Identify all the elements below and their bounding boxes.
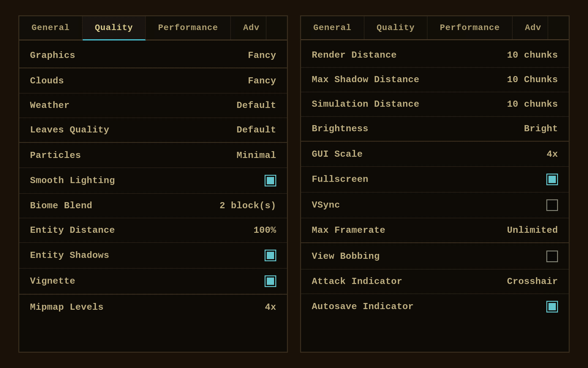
right-tab-bar: General Quality Performance Adv [301,16,569,40]
setting-smooth-lighting[interactable]: Smooth Lighting [19,168,287,194]
checkbox-vignette[interactable] [265,275,276,287]
tab-quality-right[interactable]: Quality [364,16,428,39]
value-brightness: Bright [524,124,558,134]
value-attack-indicator: Crosshair [507,276,558,287]
label-particles: Particles [30,150,81,161]
left-settings-list: Graphics Fancy Clouds Fancy Weather Defa… [19,40,287,322]
left-settings-panel: General Quality Performance Adv Graphics… [18,15,288,353]
setting-leaves-quality[interactable]: Leaves Quality Default [19,118,287,143]
value-clouds: Fancy [248,76,276,86]
label-smooth-lighting: Smooth Lighting [30,175,115,186]
setting-brightness[interactable]: Brightness Bright [301,117,569,142]
setting-weather[interactable]: Weather Default [19,94,287,118]
tab-adv-right[interactable]: Adv [513,16,548,39]
checkbox-vsync[interactable] [546,199,558,211]
label-view-bobbing: View Bobbing [312,251,380,262]
label-autosave-indicator: Autosave Indicator [312,301,414,312]
label-render-distance: Render Distance [312,50,397,60]
tab-general-right[interactable]: General [301,16,364,39]
tab-performance-right[interactable]: Performance [428,16,513,39]
tab-general-left[interactable]: General [19,16,83,40]
checkbox-smooth-lighting[interactable] [265,175,276,186]
label-entity-distance: Entity Distance [30,225,115,236]
label-biome-blend: Biome Blend [30,201,92,211]
setting-graphics[interactable]: Graphics Fancy [19,44,287,68]
label-vignette: Vignette [30,276,75,286]
left-tab-bar: General Quality Performance Adv [19,16,287,40]
setting-attack-indicator[interactable]: Attack Indicator Crosshair [301,270,569,294]
label-graphics: Graphics [30,50,75,61]
checkbox-view-bobbing[interactable] [546,251,558,262]
setting-entity-shadows[interactable]: Entity Shadows [19,243,287,269]
label-weather: Weather [30,100,70,111]
setting-autosave-indicator[interactable]: Autosave Indicator [301,294,569,319]
value-simulation-distance: 10 chunks [507,99,558,109]
checkbox-entity-shadows[interactable] [265,250,276,261]
setting-simulation-distance[interactable]: Simulation Distance 10 chunks [301,92,569,117]
value-graphics: Fancy [248,50,276,61]
value-mipmap-levels: 4x [265,302,276,312]
value-particles: Minimal [236,150,276,161]
label-gui-scale: GUI Scale [312,149,363,159]
value-weather: Default [236,100,276,111]
label-max-shadow-distance: Max Shadow Distance [312,75,420,85]
value-max-framerate: Unlimited [507,225,558,236]
label-attack-indicator: Attack Indicator [312,276,402,287]
label-brightness: Brightness [312,124,368,134]
tab-adv-left[interactable]: Adv [231,16,266,40]
value-render-distance: 10 chunks [507,50,558,60]
checkbox-fullscreen[interactable] [546,174,558,185]
tab-performance-left[interactable]: Performance [146,16,231,40]
setting-max-framerate[interactable]: Max Framerate Unlimited [301,218,569,243]
setting-fullscreen[interactable]: Fullscreen [301,167,569,193]
tab-quality-left[interactable]: Quality [83,16,146,40]
value-entity-distance: 100% [254,225,276,236]
label-max-framerate: Max Framerate [312,225,386,236]
setting-particles[interactable]: Particles Minimal [19,144,287,168]
label-entity-shadows: Entity Shadows [30,250,109,261]
setting-max-shadow-distance[interactable]: Max Shadow Distance 10 Chunks [301,68,569,92]
setting-mipmap-levels[interactable]: Mipmap Levels 4x [19,295,287,319]
setting-clouds[interactable]: Clouds Fancy [19,69,287,94]
label-simulation-distance: Simulation Distance [312,99,420,109]
setting-gui-scale[interactable]: GUI Scale 4x [301,142,569,167]
setting-vsync[interactable]: VSync [301,193,569,218]
setting-biome-blend[interactable]: Biome Blend 2 block(s) [19,194,287,218]
setting-vignette[interactable]: Vignette [19,269,287,295]
right-settings-panel: General Quality Performance Adv Render D… [300,15,570,353]
setting-view-bobbing[interactable]: View Bobbing [301,244,569,270]
value-max-shadow-distance: 10 Chunks [507,75,558,85]
value-gui-scale: 4x [547,149,558,159]
setting-entity-distance[interactable]: Entity Distance 100% [19,218,287,243]
label-mipmap-levels: Mipmap Levels [30,302,104,312]
checkbox-autosave-indicator[interactable] [546,301,558,312]
label-fullscreen: Fullscreen [312,174,368,185]
label-clouds: Clouds [30,76,64,86]
label-leaves-quality: Leaves Quality [30,125,109,135]
value-biome-blend: 2 block(s) [220,201,276,211]
setting-render-distance[interactable]: Render Distance 10 chunks [301,43,569,68]
right-settings-list: Render Distance 10 chunks Max Shadow Dis… [301,40,569,322]
label-vsync: VSync [312,200,340,210]
value-leaves-quality: Default [236,125,276,135]
